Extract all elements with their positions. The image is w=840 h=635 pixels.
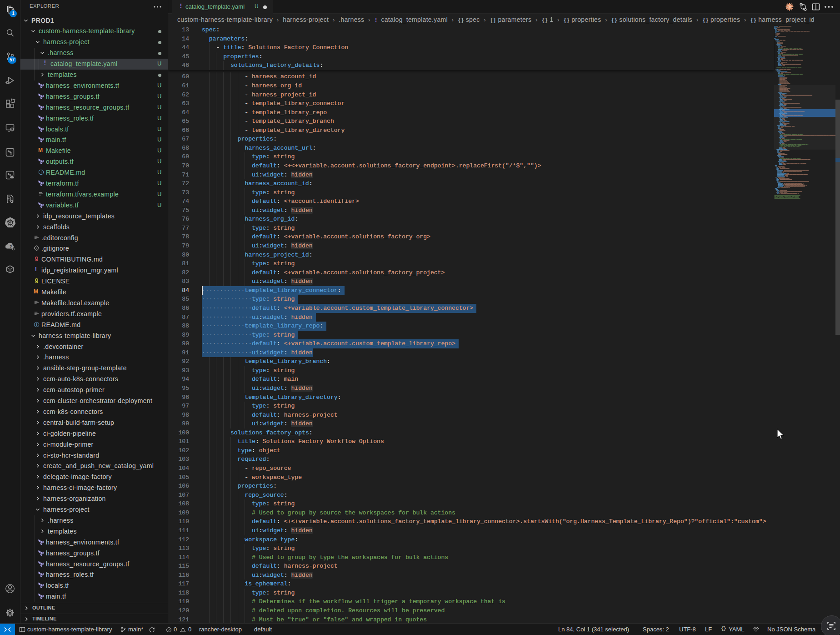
svg-text:?: ? bbox=[10, 244, 12, 249]
